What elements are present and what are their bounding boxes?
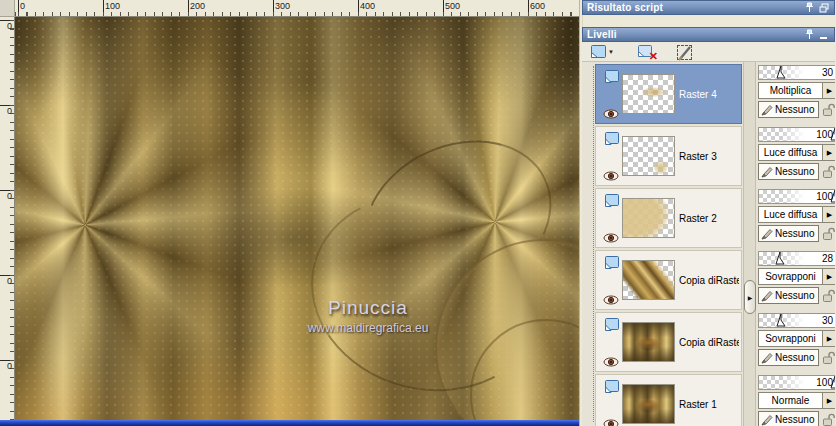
visibility-eye-icon[interactable] — [603, 233, 619, 243]
blend-mode-select[interactable]: Normale ▶ — [758, 392, 835, 409]
blend-mode-value: Sovrapponi — [759, 331, 822, 346]
opacity-slider[interactable]: 100 — [758, 127, 835, 142]
blend-menu-arrow-icon[interactable]: ▶ — [822, 145, 835, 160]
visibility-eye-icon[interactable] — [603, 295, 619, 305]
swirl-art — [337, 111, 577, 329]
blend-mode-select[interactable]: Moltiplica ▶ — [758, 82, 835, 99]
raster-layer-icon — [602, 131, 620, 147]
layer-thumbnail[interactable] — [622, 74, 675, 114]
brush-icon — [761, 166, 773, 178]
layer-group-button[interactable]: Nessuno — [758, 225, 819, 242]
lock-open-icon[interactable] — [822, 227, 835, 241]
vertical-ruler: 0 0 0 0 0 — [0, 17, 15, 420]
blend-mode-value: Normale — [759, 393, 822, 408]
watermark: Pinuccia www.maidiregrafica.eu — [263, 297, 473, 335]
blend-mode-select[interactable]: Sovrapponi ▶ — [758, 330, 835, 347]
blend-menu-arrow-icon[interactable]: ▶ — [822, 83, 835, 98]
lock-open-icon[interactable] — [822, 289, 835, 303]
layer-name[interactable]: Raster 4 — [679, 89, 717, 100]
layer-controls: 100 Normale ▶ Nessuno — [758, 374, 835, 426]
layer-row[interactable]: Raster 2 — [595, 188, 742, 248]
layer-name[interactable]: Copia diRaster 1 — [679, 337, 739, 348]
blend-mode-select[interactable]: Sovrapponi ▶ — [758, 268, 835, 285]
lock-open-icon[interactable] — [822, 103, 835, 117]
opacity-slider-handle[interactable] — [775, 252, 785, 265]
visibility-eye-icon[interactable] — [603, 171, 619, 181]
layers-panel-titlebar[interactable]: Livelli — [582, 27, 835, 42]
lock-open-icon[interactable] — [822, 351, 835, 365]
layer-row[interactable]: Raster 4 — [595, 64, 742, 124]
layer-row[interactable]: Raster 3 — [595, 126, 742, 186]
blend-menu-arrow-icon[interactable]: ▶ — [822, 331, 835, 346]
layer-row[interactable]: Copia diRaster 1 — [595, 312, 742, 372]
layer-group-value: Nessuno — [775, 166, 814, 177]
layer-group-button[interactable]: Nessuno — [758, 287, 819, 304]
ruler-label: 400 — [360, 1, 375, 11]
lock-open-icon[interactable] — [822, 165, 835, 179]
edit-selection-button[interactable] — [675, 44, 694, 61]
right-dock: Risultato script Livelli ▼ — [579, 0, 836, 426]
ruler-label: 100 — [105, 1, 120, 11]
delete-layer-button[interactable]: ✕ — [634, 43, 657, 62]
layer-thumbnail[interactable] — [622, 198, 675, 238]
opacity-value: 30 — [822, 315, 833, 326]
layer-group-button[interactable]: Nessuno — [758, 163, 819, 180]
opacity-slider[interactable]: 30 — [758, 65, 835, 80]
new-layer-icon — [588, 44, 607, 61]
ruler-label: 500 — [445, 1, 460, 11]
layer-row[interactable]: Raster 1 — [595, 374, 742, 426]
layer-row-icons — [600, 255, 622, 305]
layer-thumbnail[interactable] — [622, 322, 675, 362]
blend-menu-arrow-icon[interactable]: ▶ — [822, 269, 835, 284]
blend-menu-arrow-icon[interactable]: ▶ — [822, 393, 835, 408]
layer-group-button[interactable]: Nessuno — [758, 349, 819, 366]
layer-controls: 100 Luce diffusa ▶ Nessuno — [758, 126, 835, 186]
starburst-right-art — [255, 17, 579, 420]
ruler-corner — [0, 0, 15, 17]
visibility-eye-icon[interactable] — [603, 357, 619, 367]
pin-icon[interactable] — [803, 29, 815, 40]
opacity-slider-handle[interactable] — [776, 66, 786, 79]
opacity-slider[interactable]: 100 — [758, 375, 835, 390]
layer-group-button[interactable]: Nessuno — [758, 411, 819, 426]
opacity-slider[interactable]: 100 — [758, 189, 835, 204]
visibility-eye-icon[interactable] — [603, 109, 619, 119]
panel-splitter[interactable]: ▶ — [743, 62, 756, 426]
blend-mode-select[interactable]: Luce diffusa ▶ — [758, 206, 835, 223]
blend-mode-value: Luce diffusa — [759, 207, 822, 222]
layer-group-button[interactable]: Nessuno — [758, 101, 819, 118]
brush-icon — [761, 104, 773, 116]
canvas-image[interactable]: Pinuccia www.maidiregrafica.eu — [15, 17, 579, 420]
layer-group-value: Nessuno — [775, 414, 814, 425]
ruler-label: 0 — [7, 276, 12, 286]
layers-toolbar: ▼ ✕ — [582, 43, 835, 62]
blend-mode-select[interactable]: Luce diffusa ▶ — [758, 144, 835, 161]
minimize-icon[interactable] — [818, 29, 830, 40]
layer-controls: 30 Moltiplica ▶ Nessuno — [758, 64, 835, 124]
opacity-value: 100 — [816, 129, 833, 140]
ruler-label: 300 — [275, 1, 290, 11]
blend-menu-arrow-icon[interactable]: ▶ — [822, 207, 835, 222]
layer-row[interactable]: Copia diRaster 1 — [595, 250, 742, 310]
script-result-panel-titlebar[interactable]: Risultato script — [582, 0, 835, 15]
opacity-slider[interactable]: 30 — [758, 313, 835, 328]
edit-selection-icon — [677, 45, 692, 60]
layer-name[interactable]: Raster 1 — [679, 399, 717, 410]
canvas-region: 0 100 200 300 400 500 600 0 0 0 0 0 Pinu… — [0, 0, 579, 426]
pin-icon[interactable] — [803, 2, 815, 13]
panel-splitter-handle[interactable]: ▶ — [744, 280, 756, 314]
layer-group-value: Nessuno — [775, 352, 814, 363]
opacity-slider-handle[interactable] — [776, 314, 786, 327]
lock-open-icon[interactable] — [822, 413, 835, 426]
restore-icon[interactable] — [818, 2, 830, 13]
layer-thumbnail[interactable] — [622, 260, 675, 300]
layer-name[interactable]: Raster 2 — [679, 213, 717, 224]
delete-x-icon: ✕ — [649, 50, 658, 63]
layer-thumbnail[interactable] — [622, 384, 675, 424]
layer-name[interactable]: Copia diRaster 1 — [679, 275, 739, 286]
new-layer-button[interactable]: ▼ — [586, 43, 616, 62]
opacity-slider[interactable]: 28 — [758, 251, 835, 266]
visibility-eye-icon[interactable] — [603, 419, 619, 426]
layer-name[interactable]: Raster 3 — [679, 151, 717, 162]
layer-thumbnail[interactable] — [622, 136, 675, 176]
